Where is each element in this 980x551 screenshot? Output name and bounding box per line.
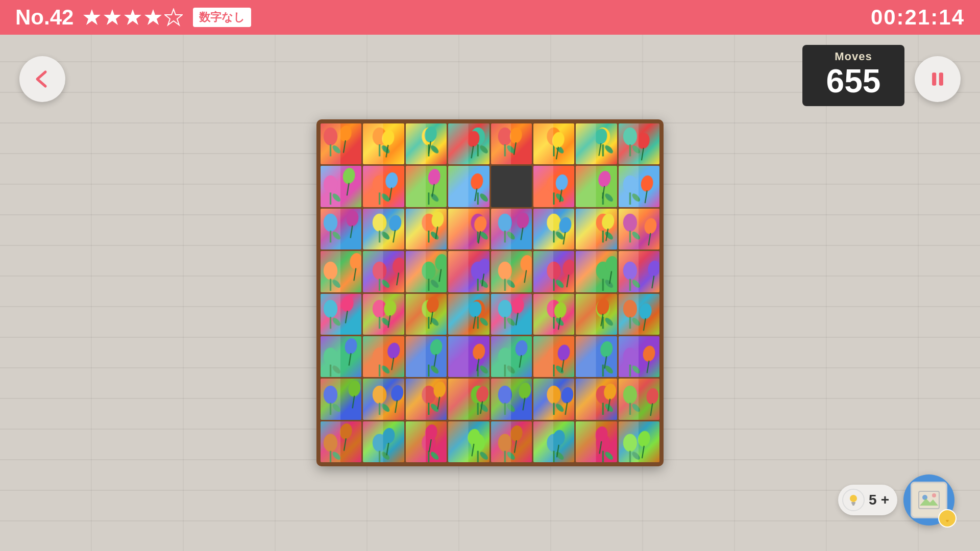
timer-display: 00:21:14 xyxy=(871,5,965,30)
tile[interactable] xyxy=(533,379,574,419)
tile[interactable] xyxy=(619,166,659,207)
tile[interactable] xyxy=(406,251,447,292)
tile[interactable] xyxy=(576,421,617,462)
svg-rect-6 xyxy=(939,72,943,85)
hint-plus: + xyxy=(881,492,889,508)
back-button[interactable] xyxy=(19,56,65,102)
svg-marker-2 xyxy=(124,9,141,25)
moves-counter: Moves 655 xyxy=(802,45,904,106)
pause-icon xyxy=(927,69,948,89)
svg-marker-3 xyxy=(144,9,162,25)
tile[interactable] xyxy=(619,336,659,377)
tile[interactable] xyxy=(448,251,489,292)
tile[interactable] xyxy=(619,123,659,164)
tile[interactable] xyxy=(448,294,489,335)
lightbulb-overlay xyxy=(938,509,957,528)
tile[interactable] xyxy=(491,166,532,207)
tile[interactable] xyxy=(491,209,532,249)
tile[interactable] xyxy=(321,123,361,164)
tile[interactable] xyxy=(321,421,361,462)
star-1 xyxy=(83,8,101,27)
tile[interactable] xyxy=(533,336,574,377)
tile[interactable] xyxy=(533,123,574,164)
tile[interactable] xyxy=(406,209,447,249)
tile[interactable] xyxy=(533,166,574,207)
tile[interactable] xyxy=(448,209,489,249)
tile[interactable] xyxy=(363,209,404,249)
tile[interactable] xyxy=(406,294,447,335)
tile[interactable] xyxy=(363,379,404,419)
tile[interactable] xyxy=(363,166,404,207)
tile[interactable] xyxy=(363,123,404,164)
tile[interactable] xyxy=(321,336,361,377)
tile[interactable] xyxy=(321,294,361,335)
photo-reference-button[interactable] xyxy=(903,474,954,525)
svg-point-15 xyxy=(945,515,950,520)
tile[interactable] xyxy=(491,251,532,292)
tile[interactable] xyxy=(448,421,489,462)
svg-rect-5 xyxy=(932,72,936,85)
puzzle-board-container xyxy=(316,119,664,466)
tile[interactable] xyxy=(406,166,447,207)
moves-label: Moves xyxy=(811,50,896,63)
tile[interactable] xyxy=(448,123,489,164)
tile[interactable] xyxy=(576,166,617,207)
bulb-icon xyxy=(846,493,861,507)
star-2 xyxy=(103,8,121,27)
tile[interactable] xyxy=(491,336,532,377)
tile[interactable] xyxy=(619,421,659,462)
tile[interactable] xyxy=(533,209,574,249)
star-4 xyxy=(144,8,162,27)
tile[interactable] xyxy=(533,294,574,335)
svg-point-14 xyxy=(932,493,936,497)
tile[interactable] xyxy=(406,336,447,377)
tile[interactable] xyxy=(448,336,489,377)
tile[interactable] xyxy=(576,209,617,249)
tile[interactable] xyxy=(576,336,617,377)
tile[interactable] xyxy=(619,209,659,249)
tile[interactable] xyxy=(406,123,447,164)
tile[interactable] xyxy=(448,379,489,419)
svg-rect-10 xyxy=(852,505,854,506)
board-grid xyxy=(321,123,659,462)
tile[interactable] xyxy=(491,421,532,462)
tile[interactable] xyxy=(576,294,617,335)
hint-bulb-icon xyxy=(842,489,865,511)
tile[interactable] xyxy=(576,379,617,419)
tile[interactable] xyxy=(533,421,574,462)
tile[interactable] xyxy=(448,166,489,207)
mode-badge: 数字なし xyxy=(192,7,252,28)
bottom-ui: 5 + xyxy=(838,474,954,525)
star-5 xyxy=(164,8,183,27)
svg-point-7 xyxy=(850,495,857,502)
tile[interactable] xyxy=(491,123,532,164)
tile[interactable] xyxy=(406,421,447,462)
tile[interactable] xyxy=(321,166,361,207)
tile[interactable] xyxy=(491,294,532,335)
header-left: No.42 数字なし xyxy=(15,5,252,30)
tile[interactable] xyxy=(491,379,532,419)
tile[interactable] xyxy=(363,294,404,335)
svg-marker-0 xyxy=(83,9,101,25)
hint-count: 5 xyxy=(869,492,877,508)
photo-frame-icon xyxy=(918,490,940,510)
board-frame xyxy=(316,119,664,466)
overlay-bulb-icon xyxy=(942,513,953,524)
svg-rect-17 xyxy=(946,521,948,522)
tile[interactable] xyxy=(363,336,404,377)
pause-button[interactable] xyxy=(915,56,961,102)
tile[interactable] xyxy=(576,251,617,292)
tile[interactable] xyxy=(321,379,361,419)
tile[interactable] xyxy=(321,209,361,249)
tile[interactable] xyxy=(363,251,404,292)
tile[interactable] xyxy=(533,251,574,292)
tile[interactable] xyxy=(406,379,447,419)
tile[interactable] xyxy=(363,421,404,462)
tile[interactable] xyxy=(619,294,659,335)
tile[interactable] xyxy=(619,251,659,292)
tile[interactable] xyxy=(619,379,659,419)
header-bar: No.42 数字なし 00:21:14 xyxy=(0,0,980,35)
tile[interactable] xyxy=(321,251,361,292)
puzzle-number: No.42 xyxy=(15,5,74,30)
tile[interactable] xyxy=(576,123,617,164)
